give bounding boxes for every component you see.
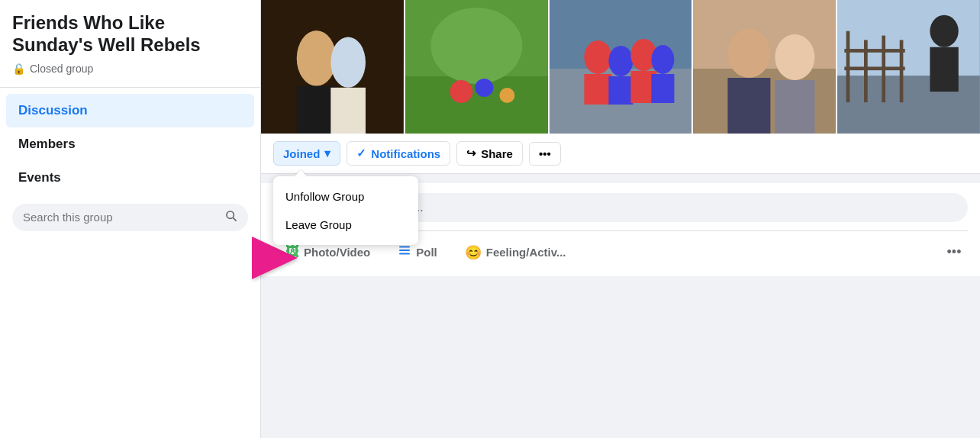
svg-rect-35 — [845, 49, 905, 53]
chevron-down-icon: ▾ — [324, 147, 330, 160]
photo-video-label: Photo/Video — [304, 246, 370, 259]
notifications-label: Notifications — [371, 147, 440, 160]
joined-label: Joined — [283, 147, 320, 160]
svg-rect-38 — [930, 47, 959, 92]
svg-point-15 — [584, 40, 611, 74]
svg-point-18 — [651, 45, 674, 74]
sidebar-item-members[interactable]: Members — [6, 127, 254, 161]
svg-line-1 — [233, 217, 236, 221]
poll-icon — [398, 243, 411, 261]
svg-rect-5 — [297, 86, 337, 134]
svg-rect-28 — [775, 80, 815, 134]
action-bar: Joined ▾ ✓ Notifications ↪ Share ••• Unf… — [261, 134, 980, 174]
cover-photo-5 — [837, 0, 980, 134]
share-icon: ↪ — [466, 147, 476, 160]
svg-point-4 — [330, 37, 366, 87]
share-label: Share — [481, 147, 513, 160]
search-icon — [225, 210, 237, 225]
cover-photos — [261, 0, 980, 134]
lock-icon: 🔒 — [12, 63, 25, 75]
post-more-button[interactable]: ••• — [940, 239, 968, 266]
leave-group-item[interactable]: Leave Group — [273, 211, 418, 239]
cover-photo-4 — [693, 0, 837, 134]
svg-rect-36 — [845, 66, 905, 70]
svg-point-11 — [475, 79, 493, 97]
svg-point-9 — [430, 8, 522, 84]
feeling-icon: 😊 — [465, 244, 482, 261]
sidebar-nav: Discussion Members Events — [0, 94, 260, 195]
sidebar-item-discussion[interactable]: Discussion — [6, 94, 254, 127]
notifications-button[interactable]: ✓ Notifications — [347, 141, 450, 166]
feeling-button[interactable]: 😊 Feeling/Activ... — [453, 238, 579, 267]
svg-point-0 — [227, 211, 234, 218]
cover-photo-2 — [405, 0, 550, 134]
main-content: Joined ▾ ✓ Notifications ↪ Share ••• Unf… — [261, 0, 980, 438]
svg-rect-6 — [330, 88, 366, 134]
svg-rect-19 — [584, 74, 611, 105]
group-type: 🔒 Closed group — [0, 63, 260, 87]
unfollow-group-item[interactable]: Unfollow Group — [273, 182, 418, 211]
post-more-icon: ••• — [947, 244, 962, 260]
cover-photo-1 — [261, 0, 405, 134]
joined-button[interactable]: Joined ▾ — [273, 141, 340, 166]
check-icon: ✓ — [356, 147, 366, 160]
svg-point-10 — [450, 80, 472, 103]
sidebar-item-events[interactable]: Events — [6, 161, 254, 195]
search-box — [12, 204, 248, 231]
sidebar-divider — [0, 87, 260, 88]
sidebar: Friends Who Like Sunday's Well Rebels 🔒 … — [0, 0, 261, 438]
svg-point-3 — [297, 31, 337, 86]
svg-rect-20 — [608, 76, 633, 105]
search-input[interactable] — [23, 211, 219, 224]
share-button[interactable]: ↪ Share — [456, 141, 523, 166]
poll-label: Poll — [416, 246, 437, 259]
feeling-label: Feeling/Activ... — [486, 246, 566, 259]
leave-label: Leave Group — [285, 218, 352, 231]
svg-point-25 — [728, 29, 771, 78]
svg-rect-27 — [728, 78, 771, 134]
svg-rect-22 — [651, 74, 674, 103]
cover-photo-3 — [550, 0, 694, 134]
unfollow-label: Unfollow Group — [285, 190, 364, 203]
joined-dropdown: Unfollow Group Leave Group — [273, 176, 418, 245]
group-title: Friends Who Like Sunday's Well Rebels — [0, 12, 260, 63]
svg-point-12 — [499, 88, 514, 103]
ellipsis-icon: ••• — [539, 147, 551, 160]
more-options-button[interactable]: ••• — [529, 142, 561, 166]
group-type-label: Closed group — [30, 63, 93, 75]
svg-point-26 — [775, 34, 815, 80]
svg-point-16 — [608, 46, 633, 76]
svg-point-37 — [930, 15, 959, 47]
